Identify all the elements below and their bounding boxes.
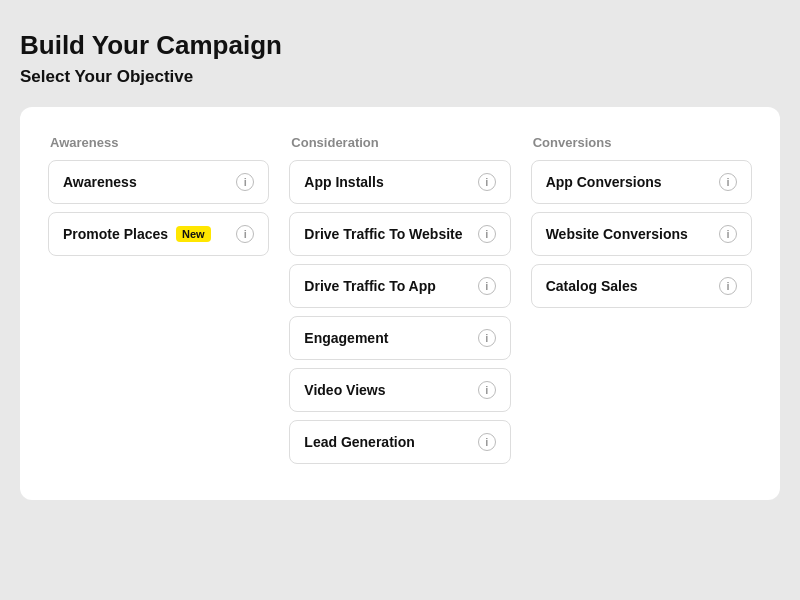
- objective-item-engagement[interactable]: Engagementi: [289, 316, 510, 360]
- column-consideration: ConsiderationApp InstallsiDrive Traffic …: [289, 135, 510, 472]
- info-icon-app-installs[interactable]: i: [478, 173, 496, 191]
- column-conversions: ConversionsApp ConversionsiWebsite Conve…: [531, 135, 752, 316]
- info-icon-app-conversions[interactable]: i: [719, 173, 737, 191]
- info-icon-promote-places[interactable]: i: [236, 225, 254, 243]
- objective-item-video-views[interactable]: Video Viewsi: [289, 368, 510, 412]
- info-icon-drive-traffic-app[interactable]: i: [478, 277, 496, 295]
- objective-item-label-engagement: Engagement: [304, 330, 388, 346]
- column-awareness: AwarenessAwarenessiPromote PlacesNewi: [48, 135, 269, 264]
- objective-item-lead-generation[interactable]: Lead Generationi: [289, 420, 510, 464]
- objective-item-label-website-conversions: Website Conversions: [546, 226, 688, 242]
- info-icon-website-conversions[interactable]: i: [719, 225, 737, 243]
- objective-item-app-conversions[interactable]: App Conversionsi: [531, 160, 752, 204]
- info-icon-lead-generation[interactable]: i: [478, 433, 496, 451]
- page-subtitle: Select Your Objective: [20, 67, 780, 87]
- objective-item-label-catalog-sales: Catalog Sales: [546, 278, 638, 294]
- objective-item-label-promote-places: Promote PlacesNew: [63, 226, 211, 242]
- objective-item-label-app-conversions: App Conversions: [546, 174, 662, 190]
- page-title: Build Your Campaign: [20, 30, 780, 61]
- column-header-conversions: Conversions: [531, 135, 752, 150]
- info-icon-engagement[interactable]: i: [478, 329, 496, 347]
- objective-item-website-conversions[interactable]: Website Conversionsi: [531, 212, 752, 256]
- info-icon-drive-traffic-website[interactable]: i: [478, 225, 496, 243]
- objective-item-label-video-views: Video Views: [304, 382, 385, 398]
- objective-item-drive-traffic-app[interactable]: Drive Traffic To Appi: [289, 264, 510, 308]
- objective-item-promote-places[interactable]: Promote PlacesNewi: [48, 212, 269, 256]
- objective-item-awareness[interactable]: Awarenessi: [48, 160, 269, 204]
- page-wrapper: Build Your Campaign Select Your Objectiv…: [0, 0, 800, 600]
- new-badge-promote-places: New: [176, 226, 211, 242]
- objective-item-catalog-sales[interactable]: Catalog Salesi: [531, 264, 752, 308]
- info-icon-awareness[interactable]: i: [236, 173, 254, 191]
- objective-item-label-drive-traffic-website: Drive Traffic To Website: [304, 226, 462, 242]
- objectives-columns: AwarenessAwarenessiPromote PlacesNewiCon…: [48, 135, 752, 472]
- info-icon-catalog-sales[interactable]: i: [719, 277, 737, 295]
- objective-item-app-installs[interactable]: App Installsi: [289, 160, 510, 204]
- objective-item-label-drive-traffic-app: Drive Traffic To App: [304, 278, 435, 294]
- objective-item-drive-traffic-website[interactable]: Drive Traffic To Websitei: [289, 212, 510, 256]
- objective-item-label-app-installs: App Installs: [304, 174, 383, 190]
- objective-item-label-lead-generation: Lead Generation: [304, 434, 414, 450]
- campaign-card: AwarenessAwarenessiPromote PlacesNewiCon…: [20, 107, 780, 500]
- column-header-awareness: Awareness: [48, 135, 269, 150]
- column-header-consideration: Consideration: [289, 135, 510, 150]
- objective-item-label-awareness: Awareness: [63, 174, 137, 190]
- info-icon-video-views[interactable]: i: [478, 381, 496, 399]
